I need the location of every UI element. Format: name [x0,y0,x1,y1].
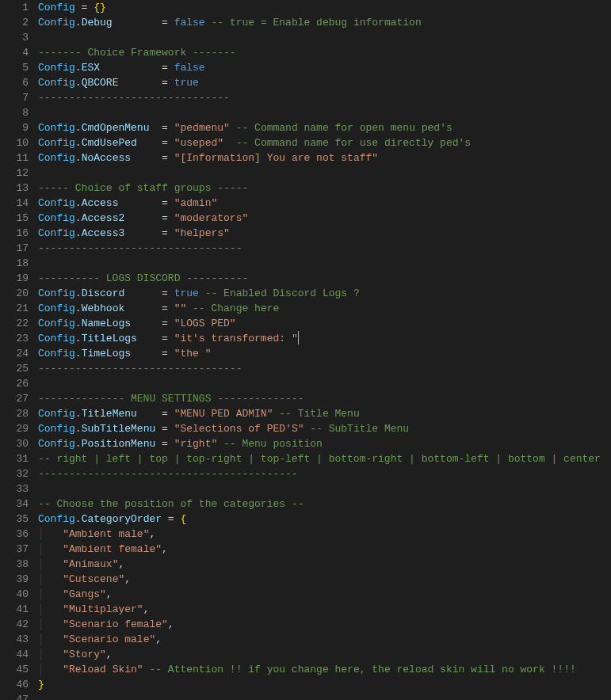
code-line[interactable] [38,376,611,391]
token: -- Change here [186,302,279,314]
token: ------- Choice Framework ------- [38,47,236,59]
token: . [75,318,82,329]
token: true [174,77,199,89]
code-line[interactable]: │ "Ambient female", [38,542,611,557]
code-line[interactable]: Config.QBCORE = true [38,75,611,90]
token: = [100,62,174,74]
token: CmdOpenMenu [82,122,150,134]
token: --------------------------------- [38,242,242,254]
code-line[interactable]: ----- Choice of staff groups ----- [38,181,611,196]
token: -- SubTitle Menu [304,423,409,435]
code-line[interactable]: Config.TimeLogs = "the " [38,346,611,361]
token: PositionMenu [82,438,156,450]
token: "pedmenu" [174,122,230,134]
token: TitleMenu [82,408,137,420]
token: . [75,17,82,29]
code-line[interactable]: Config.NoAccess = "[Information] You are… [38,150,611,165]
line-number: 18 [0,256,29,271]
token [44,649,63,660]
token: "admin" [174,197,218,209]
line-number: 23 [0,331,29,346]
token: "Animaux" [63,558,118,570]
code-line[interactable] [38,165,611,181]
token: , [106,649,113,660]
code-line[interactable]: │ "Gangs", [38,587,611,602]
line-number: 47 [0,692,29,700]
code-line[interactable]: Config = {} [38,0,611,15]
code-line[interactable]: │ "Reload Skin" -- Attention !! if you c… [38,662,611,677]
token: true [174,287,199,299]
code-line[interactable]: Config.Debug = false -- true = Enable de… [38,15,611,30]
token: "Multiplayer" [63,603,143,615]
code-line[interactable]: Config.CategoryOrder = { [38,512,611,527]
code-line[interactable]: Config.SubTitleMenu = "Selections of PED… [38,421,611,436]
code-line[interactable]: Config.Access3 = "helpers" [38,226,611,241]
code-line[interactable]: --------------------------------- [38,361,611,376]
token: -- Choose the position of the categories… [38,498,304,510]
code-line[interactable]: Config.NameLogs = "LOGS PED" [38,316,611,331]
code-line[interactable]: } [38,677,611,692]
line-number: 22 [0,316,29,331]
code-line[interactable] [38,30,611,45]
code-line[interactable]: -- Choose the position of the categories… [38,496,611,512]
line-number: 10 [0,135,29,150]
token: "[Information] You are not staff" [174,152,378,164]
code-line[interactable]: ---------- LOGS DISCORD ---------- [38,271,611,286]
code-line[interactable]: --------------------------------- [38,241,611,256]
indent-guide: │ [38,573,44,585]
code-editor[interactable]: 1234567891011121314151617181920212223242… [0,0,611,700]
code-line[interactable]: -------------- MENU SETTINGS -----------… [38,391,611,406]
code-line[interactable]: -- right | left | top | top-right | top-… [38,451,611,466]
code-line[interactable]: Config.TitleMenu = "MENU PED ADMIN" -- T… [38,406,611,421]
code-line[interactable]: │ "Multiplayer", [38,602,611,617]
code-line[interactable]: │ "Scenario male", [38,632,611,647]
token: Discord [82,287,125,299]
code-line[interactable]: │ "Ambient male", [38,527,611,542]
token: . [75,152,82,164]
token: -- true = Enable debug information [205,17,422,29]
line-number: 44 [0,647,29,662]
line-number: 45 [0,662,29,677]
code-line[interactable] [38,256,611,271]
code-area[interactable]: Config = {}Config.Debug = false -- true … [38,0,611,700]
code-line[interactable]: │ "Animaux", [38,557,611,572]
code-line[interactable]: │ "Story", [38,647,611,662]
token: } [38,679,44,690]
code-line[interactable]: ----------------------------------------… [38,466,611,481]
token [44,664,63,675]
code-line[interactable]: │ "Scenario female", [38,617,611,632]
code-line[interactable]: ------------------------------- [38,90,611,105]
token: . [75,287,82,299]
line-number: 20 [0,286,29,301]
code-line[interactable]: Config.ESX = false [38,60,611,75]
code-line[interactable] [38,481,611,496]
line-number: 19 [0,271,29,286]
code-line[interactable]: ------- Choice Framework ------- [38,45,611,60]
token: = [113,17,174,29]
code-line[interactable]: Config.PositionMenu = "right" -- Menu po… [38,436,611,451]
line-number: 3 [0,30,29,45]
token: , [162,543,168,555]
token: Config [38,227,75,239]
code-line[interactable]: Config.CmdUsePed = "useped" -- Command n… [38,135,611,150]
code-line[interactable] [38,692,611,700]
token: false [174,17,205,29]
indent-guide: │ [38,633,44,645]
code-line[interactable] [38,105,611,120]
code-line[interactable]: Config.Discord = true -- Enabled Discord… [38,286,611,301]
token: "the " [174,348,212,360]
token: , [124,573,131,585]
token: "Ambient female" [63,543,162,555]
token: , [149,528,155,540]
token: Access3 [82,227,125,239]
line-number: 27 [0,391,29,406]
code-line[interactable]: │ "Cutscene", [38,572,611,587]
code-line[interactable]: Config.Access = "admin" [38,196,611,211]
token: Config [38,438,75,450]
code-line[interactable]: Config.CmdOpenMenu = "pedmenu" -- Comman… [38,120,611,135]
code-line[interactable]: Config.Webhook = "" -- Change here [38,301,611,316]
token: Config [38,137,75,149]
code-line[interactable]: Config.Access2 = "moderators" [38,211,611,226]
code-line[interactable]: Config.TitleLogs = "it's transformed: " [38,331,611,346]
line-number: 15 [0,211,29,226]
